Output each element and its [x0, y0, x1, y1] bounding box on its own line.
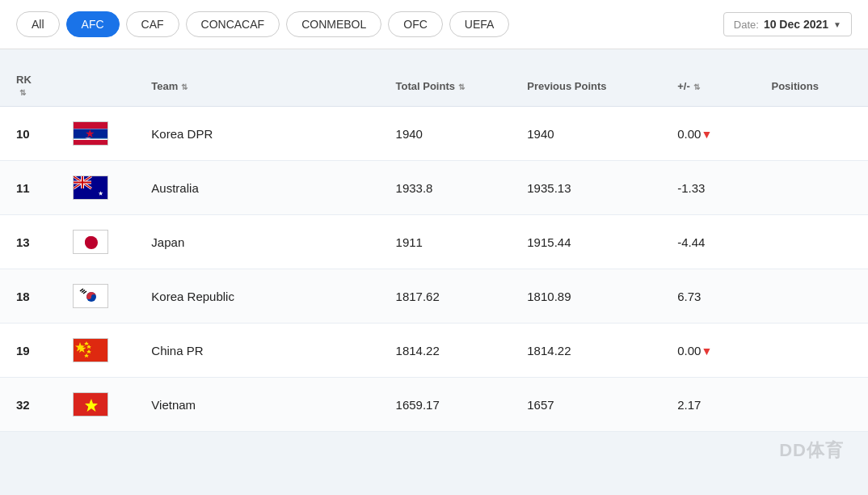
positions-cell — [755, 324, 868, 378]
date-selector[interactable]: Date: 10 Dec 2021 ▼ — [723, 12, 852, 36]
table-header-row: RK⇅Team⇅Total Points⇅Previous Points+/-⇅… — [0, 66, 868, 107]
positions-cell — [755, 215, 868, 269]
total-points-cell: 1940 — [380, 107, 512, 161]
diff-value: 0.00 — [677, 344, 701, 358]
date-value: 10 Dec 2021 — [764, 18, 828, 31]
flag-kr — [73, 284, 108, 308]
filter-tab-ofc[interactable]: OFC — [388, 11, 443, 37]
svg-point-4 — [83, 130, 92, 139]
total-points-cell: 1911 — [380, 215, 512, 269]
filter-tab-concacaf[interactable]: CONCACAF — [186, 11, 280, 37]
flag-cell — [57, 161, 136, 215]
total-points-cell: 1817.62 — [380, 269, 512, 324]
sort-icon-rk: ⇅ — [19, 88, 26, 97]
diff-value: -4.44 — [677, 235, 705, 249]
svg-rect-0 — [74, 122, 108, 146]
svg-marker-25 — [75, 342, 85, 352]
previous-points-cell: 1935.13 — [511, 161, 661, 215]
top-bar: AllAFCCAFCONCACAFCONMEBOLOFCUEFA Date: 1… — [0, 0, 868, 49]
previous-points-cell: 1814.22 — [511, 324, 661, 378]
table-row: 11 Australia1933.81935.13-1.33 — [0, 161, 868, 215]
svg-marker-5 — [83, 130, 92, 138]
team-name-cell: Korea Republic — [135, 269, 379, 324]
date-label: Date: — [734, 19, 759, 31]
col-header-total_points[interactable]: Total Points⇅ — [380, 66, 512, 107]
content-area: RK⇅Team⇅Total Points⇅Previous Points+/-⇅… — [0, 49, 868, 448]
svg-point-18 — [85, 236, 98, 249]
rank-cell: 10 — [0, 107, 57, 161]
col-header-rk[interactable]: RK⇅ — [0, 66, 57, 107]
diff-cell: -4.44 — [661, 215, 755, 269]
sort-icon-team: ⇅ — [181, 82, 188, 91]
filter-tabs: AllAFCCAFCONCACAFCONMEBOLOFCUEFA — [16, 11, 509, 37]
rank-cell: 32 — [0, 378, 57, 432]
team-name-cell: Japan — [135, 215, 379, 269]
svg-rect-1 — [74, 129, 108, 139]
filter-tab-afc[interactable]: AFC — [66, 11, 120, 37]
flag-cell — [57, 107, 136, 161]
flag-au — [73, 176, 108, 200]
filter-tab-caf[interactable]: CAF — [126, 11, 179, 37]
sort-icon-diff: ⇅ — [693, 82, 700, 91]
table-row: 19 China PR1814.221814.220.00 ▼ — [0, 324, 868, 378]
diff-cell: 0.00 ▼ — [661, 107, 755, 161]
team-name-cell: Vietnam — [135, 378, 379, 432]
flag-cn — [73, 338, 108, 362]
svg-rect-3 — [74, 139, 108, 141]
rankings-table: RK⇅Team⇅Total Points⇅Previous Points+/-⇅… — [0, 66, 868, 432]
watermark: DD体育 — [779, 438, 844, 463]
sort-icon-total_points: ⇅ — [458, 82, 465, 91]
table-row: 32 Vietnam1659.1716572.17 — [0, 378, 868, 432]
rank-cell: 13 — [0, 215, 57, 269]
col-header-diff[interactable]: +/-⇅ — [661, 66, 755, 107]
flag-cell — [57, 378, 136, 432]
svg-rect-17 — [74, 231, 108, 254]
arrow-down-icon: ▼ — [701, 345, 712, 358]
positions-cell — [755, 107, 868, 161]
previous-points-cell: 1810.89 — [511, 269, 661, 324]
table-row: 10 Korea DPR194019400.00 ▼ — [0, 107, 868, 161]
filter-tab-all[interactable]: All — [16, 11, 60, 37]
flag-kp — [73, 121, 108, 146]
diff-value: 0.00 — [677, 127, 701, 141]
team-name-cell: Korea DPR — [135, 107, 379, 161]
filter-tab-conmebol[interactable]: CONMEBOL — [286, 11, 381, 37]
arrow-down-icon: ▼ — [701, 128, 712, 141]
diff-cell: -1.33 — [661, 161, 755, 215]
diff-value: -1.33 — [677, 181, 705, 195]
flag-cell — [57, 269, 136, 324]
positions-cell — [755, 378, 868, 432]
previous-points-cell: 1915.44 — [511, 215, 661, 269]
chevron-down-icon: ▼ — [833, 20, 841, 29]
svg-rect-2 — [74, 129, 108, 130]
col-header-positions: Positions — [755, 66, 868, 107]
flag-cell — [57, 324, 136, 378]
table-row: 18 Korea Republic1817.621810.896.73 — [0, 269, 868, 324]
svg-marker-31 — [85, 399, 98, 412]
diff-cell: 2.17 — [661, 378, 755, 432]
diff-cell: 6.73 — [661, 269, 755, 324]
diff-value: 6.73 — [677, 290, 701, 303]
diff-value: 2.17 — [677, 398, 701, 412]
total-points-cell: 1814.22 — [380, 324, 512, 378]
previous-points-cell: 1657 — [511, 378, 661, 432]
rank-cell: 19 — [0, 324, 57, 378]
total-points-cell: 1659.17 — [380, 378, 512, 432]
team-name-cell: Australia — [135, 161, 379, 215]
filter-tab-uefa[interactable]: UEFA — [449, 11, 510, 37]
table-row: 13 Japan19111915.44-4.44 — [0, 215, 868, 269]
flag-cell — [57, 215, 136, 269]
rank-cell: 18 — [0, 269, 57, 324]
flag-vn — [73, 392, 108, 417]
table-body: 10 Korea DPR194019400.00 ▼11 — [0, 107, 868, 432]
positions-cell — [755, 161, 868, 215]
positions-cell — [755, 269, 868, 324]
col-header-previous_points: Previous Points — [511, 66, 661, 107]
svg-rect-24 — [74, 339, 108, 362]
rank-cell: 11 — [0, 161, 57, 215]
diff-cell: 0.00 ▼ — [661, 324, 755, 378]
team-name-cell: China PR — [135, 324, 379, 378]
col-header-team[interactable]: Team⇅ — [135, 66, 379, 107]
svg-rect-30 — [74, 393, 108, 417]
flag-jp — [73, 230, 108, 254]
